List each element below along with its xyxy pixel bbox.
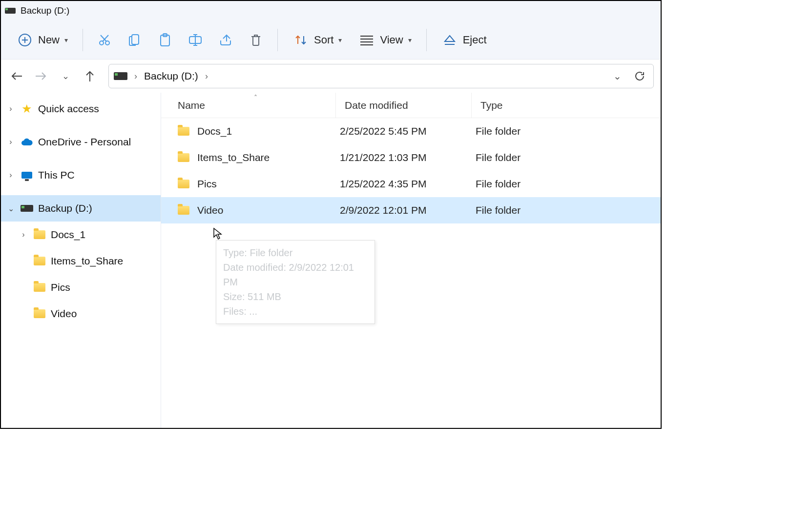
copy-icon [128, 33, 141, 47]
column-header-name[interactable]: Name [169, 93, 336, 118]
address-dropdown-button[interactable]: ⌄ [608, 67, 626, 85]
chevron-down-icon: ⌄ [62, 71, 69, 81]
sidebar-item-label: Docs_1 [51, 229, 85, 241]
chevron-right-icon[interactable]: › [6, 104, 16, 113]
file-row[interactable]: Pics 1/25/2022 4:35 PM File folder [161, 171, 661, 197]
tooltip-line: Date modified: 2/9/2022 12:01 PM [223, 260, 368, 289]
chevron-right-icon[interactable]: › [6, 138, 16, 146]
eject-icon [441, 32, 458, 48]
sort-icon [292, 32, 309, 48]
eject-label: Eject [463, 34, 487, 46]
file-row[interactable]: Docs_1 2/25/2022 5:45 PM File folder [161, 118, 661, 144]
address-bar[interactable]: › Backup (D:) › ⌄ [108, 64, 654, 88]
navigation-pane: › ★ Quick access › OneDrive - Personal ›… [1, 93, 161, 428]
column-label: Date modified [345, 100, 408, 111]
tooltip-line: Size: 511 MB [223, 289, 368, 304]
trash-icon [250, 33, 262, 47]
tooltip-line: Type: File folder [223, 245, 368, 260]
file-date: 1/25/2022 4:35 PM [336, 178, 472, 190]
rename-button[interactable] [182, 26, 209, 54]
new-button[interactable]: New ▾ [10, 28, 75, 52]
file-name: Docs_1 [197, 125, 232, 137]
view-button[interactable]: View ▾ [352, 28, 418, 52]
sidebar-item-label: OneDrive - Personal [38, 136, 131, 148]
rename-icon [188, 34, 203, 46]
view-icon [358, 32, 375, 48]
share-button[interactable] [212, 26, 239, 54]
recent-locations-button[interactable]: ⌄ [55, 65, 76, 87]
cursor-icon [213, 227, 223, 240]
file-date: 2/9/2022 12:01 PM [336, 204, 472, 216]
sidebar-item-folder[interactable]: Pics [1, 274, 161, 301]
file-type: File folder [472, 152, 661, 163]
content-pane: ˄ Name Date modified Type Docs_1 2/25/20… [161, 93, 661, 428]
drive-icon [21, 202, 33, 215]
sidebar-item-label: Video [51, 308, 77, 320]
chevron-right-icon: › [203, 71, 210, 81]
up-button[interactable] [79, 65, 101, 87]
chevron-right-icon[interactable]: › [6, 171, 16, 180]
titlebar: Backup (D:) [1, 1, 661, 20]
drive-icon [114, 72, 127, 80]
file-type: File folder [472, 204, 661, 216]
scissors-icon [98, 33, 111, 47]
refresh-button[interactable] [631, 67, 648, 85]
sidebar-item-onedrive[interactable]: › OneDrive - Personal [1, 129, 161, 155]
paste-button[interactable] [151, 26, 179, 54]
column-header-date[interactable]: Date modified [336, 93, 472, 118]
main-area: › ★ Quick access › OneDrive - Personal ›… [1, 93, 661, 428]
chevron-down-icon: ▾ [338, 36, 342, 44]
file-row[interactable]: Items_to_Share 1/21/2022 1:03 PM File fo… [161, 144, 661, 171]
delete-button[interactable] [242, 26, 270, 54]
cloud-icon [21, 136, 33, 148]
sidebar-item-quick-access[interactable]: › ★ Quick access [1, 96, 161, 122]
tooltip-line: Files: ... [223, 304, 368, 319]
column-header-type[interactable]: Type [472, 93, 661, 118]
file-name: Pics [197, 178, 217, 190]
sort-label: Sort [314, 34, 333, 46]
folder-icon [178, 153, 189, 162]
file-list: Docs_1 2/25/2022 5:45 PM File folder Ite… [161, 118, 661, 223]
folder-icon [33, 307, 46, 320]
new-label: New [38, 34, 60, 46]
back-button[interactable] [6, 65, 27, 87]
chevron-down-icon: ▾ [408, 36, 412, 44]
sidebar-item-label: Pics [51, 282, 70, 293]
chevron-right-icon[interactable]: › [19, 230, 28, 239]
copy-button[interactable] [121, 26, 148, 54]
column-label: Name [178, 100, 205, 111]
plus-circle-icon [17, 32, 33, 48]
cut-button[interactable] [91, 26, 118, 54]
folder-icon [178, 206, 189, 215]
share-icon [218, 34, 233, 46]
file-row[interactable]: Video 2/9/2022 12:01 PM File folder [161, 197, 661, 223]
toolbar-separator [426, 29, 427, 51]
file-name: Items_to_Share [197, 152, 270, 163]
svg-rect-7 [132, 35, 139, 44]
address-location[interactable]: Backup (D:) [144, 70, 198, 82]
sort-button[interactable]: Sort ▾ [286, 28, 349, 52]
view-label: View [380, 34, 403, 46]
eject-button[interactable]: Eject [435, 28, 494, 52]
file-type: File folder [472, 125, 661, 137]
sidebar-item-folder[interactable]: › Docs_1 [1, 222, 161, 248]
monitor-icon [21, 169, 33, 182]
sidebar-item-this-pc[interactable]: › This PC [1, 162, 161, 188]
star-icon: ★ [21, 102, 33, 115]
sidebar-item-label: Backup (D:) [38, 202, 92, 214]
sidebar-item-folder[interactable]: Video [1, 301, 161, 327]
sidebar-item-backup-drive[interactable]: ⌄ Backup (D:) [1, 195, 161, 222]
toolbar-separator [83, 29, 83, 51]
file-type: File folder [472, 178, 661, 190]
file-date: 1/21/2022 1:03 PM [336, 152, 472, 163]
sidebar-item-label: This PC [38, 169, 75, 181]
sidebar-item-label: Items_to_Share [51, 255, 123, 267]
sidebar-item-label: Quick access [38, 103, 99, 115]
sidebar-item-folder[interactable]: Items_to_Share [1, 248, 161, 274]
folder-icon [178, 180, 189, 188]
nav-row: ⌄ › Backup (D:) › ⌄ [1, 60, 661, 93]
chevron-down-icon[interactable]: ⌄ [6, 204, 16, 213]
folder-icon [33, 255, 46, 267]
column-headers: ˄ Name Date modified Type [161, 93, 661, 118]
forward-button[interactable] [30, 65, 52, 87]
